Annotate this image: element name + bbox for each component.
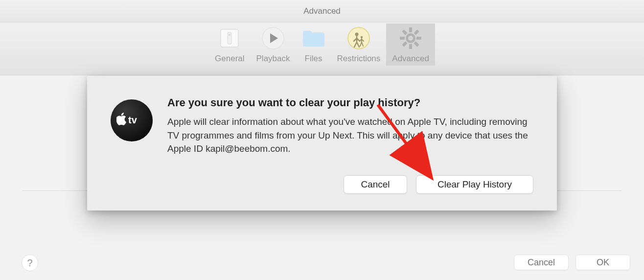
dialog-cancel-button[interactable]: Cancel xyxy=(344,175,407,194)
dialog-confirm-button[interactable]: Clear Play History xyxy=(416,175,533,194)
dialog-message: Apple will clear information about what … xyxy=(167,115,533,156)
confirm-dialog: tv Are you sure you want to clear your p… xyxy=(87,76,557,210)
svg-text:tv: tv xyxy=(128,115,138,125)
dialog-title: Are you sure you want to clear your play… xyxy=(167,96,533,109)
apple-tv-app-icon: tv xyxy=(111,99,153,141)
